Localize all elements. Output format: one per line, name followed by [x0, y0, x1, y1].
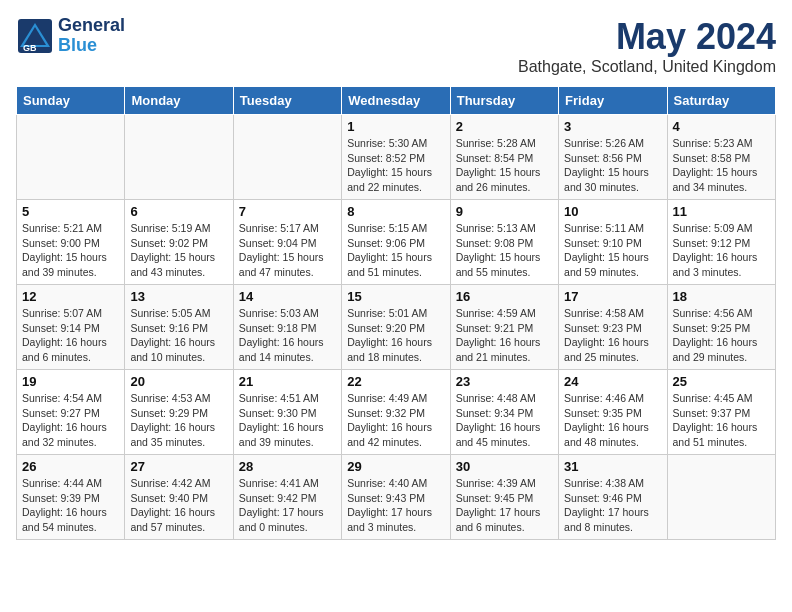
header-day-saturday: Saturday	[667, 87, 775, 115]
day-info: Sunrise: 4:45 AM Sunset: 9:37 PM Dayligh…	[673, 391, 770, 450]
day-info: Sunrise: 4:41 AM Sunset: 9:42 PM Dayligh…	[239, 476, 336, 535]
calendar-cell: 21Sunrise: 4:51 AM Sunset: 9:30 PM Dayli…	[233, 370, 341, 455]
day-info: Sunrise: 5:21 AM Sunset: 9:00 PM Dayligh…	[22, 221, 119, 280]
day-number: 29	[347, 459, 444, 474]
header-day-friday: Friday	[559, 87, 667, 115]
day-info: Sunrise: 5:28 AM Sunset: 8:54 PM Dayligh…	[456, 136, 553, 195]
day-info: Sunrise: 5:03 AM Sunset: 9:18 PM Dayligh…	[239, 306, 336, 365]
day-info: Sunrise: 4:40 AM Sunset: 9:43 PM Dayligh…	[347, 476, 444, 535]
day-info: Sunrise: 5:09 AM Sunset: 9:12 PM Dayligh…	[673, 221, 770, 280]
calendar-cell: 6Sunrise: 5:19 AM Sunset: 9:02 PM Daylig…	[125, 200, 233, 285]
calendar-header: SundayMondayTuesdayWednesdayThursdayFrid…	[17, 87, 776, 115]
calendar-cell: 1Sunrise: 5:30 AM Sunset: 8:52 PM Daylig…	[342, 115, 450, 200]
subtitle: Bathgate, Scotland, United Kingdom	[518, 58, 776, 76]
calendar-cell: 27Sunrise: 4:42 AM Sunset: 9:40 PM Dayli…	[125, 455, 233, 540]
day-info: Sunrise: 4:44 AM Sunset: 9:39 PM Dayligh…	[22, 476, 119, 535]
day-number: 30	[456, 459, 553, 474]
calendar-cell: 20Sunrise: 4:53 AM Sunset: 9:29 PM Dayli…	[125, 370, 233, 455]
calendar-cell: 4Sunrise: 5:23 AM Sunset: 8:58 PM Daylig…	[667, 115, 775, 200]
calendar-cell: 9Sunrise: 5:13 AM Sunset: 9:08 PM Daylig…	[450, 200, 558, 285]
day-number: 25	[673, 374, 770, 389]
day-info: Sunrise: 5:15 AM Sunset: 9:06 PM Dayligh…	[347, 221, 444, 280]
calendar-cell: 10Sunrise: 5:11 AM Sunset: 9:10 PM Dayli…	[559, 200, 667, 285]
calendar-row: 1Sunrise: 5:30 AM Sunset: 8:52 PM Daylig…	[17, 115, 776, 200]
day-info: Sunrise: 5:13 AM Sunset: 9:08 PM Dayligh…	[456, 221, 553, 280]
day-number: 9	[456, 204, 553, 219]
day-info: Sunrise: 4:53 AM Sunset: 9:29 PM Dayligh…	[130, 391, 227, 450]
calendar-cell: 28Sunrise: 4:41 AM Sunset: 9:42 PM Dayli…	[233, 455, 341, 540]
day-info: Sunrise: 4:58 AM Sunset: 9:23 PM Dayligh…	[564, 306, 661, 365]
calendar-cell: 30Sunrise: 4:39 AM Sunset: 9:45 PM Dayli…	[450, 455, 558, 540]
day-number: 19	[22, 374, 119, 389]
calendar-cell: 3Sunrise: 5:26 AM Sunset: 8:56 PM Daylig…	[559, 115, 667, 200]
day-number: 8	[347, 204, 444, 219]
calendar-cell: 14Sunrise: 5:03 AM Sunset: 9:18 PM Dayli…	[233, 285, 341, 370]
calendar-body: 1Sunrise: 5:30 AM Sunset: 8:52 PM Daylig…	[17, 115, 776, 540]
day-number: 24	[564, 374, 661, 389]
day-number: 17	[564, 289, 661, 304]
day-number: 4	[673, 119, 770, 134]
header-day-tuesday: Tuesday	[233, 87, 341, 115]
day-info: Sunrise: 4:46 AM Sunset: 9:35 PM Dayligh…	[564, 391, 661, 450]
day-number: 18	[673, 289, 770, 304]
calendar-cell: 31Sunrise: 4:38 AM Sunset: 9:46 PM Dayli…	[559, 455, 667, 540]
calendar-row: 5Sunrise: 5:21 AM Sunset: 9:00 PM Daylig…	[17, 200, 776, 285]
calendar-cell: 18Sunrise: 4:56 AM Sunset: 9:25 PM Dayli…	[667, 285, 775, 370]
day-number: 22	[347, 374, 444, 389]
day-info: Sunrise: 4:48 AM Sunset: 9:34 PM Dayligh…	[456, 391, 553, 450]
day-info: Sunrise: 5:30 AM Sunset: 8:52 PM Dayligh…	[347, 136, 444, 195]
calendar-cell: 8Sunrise: 5:15 AM Sunset: 9:06 PM Daylig…	[342, 200, 450, 285]
day-info: Sunrise: 5:11 AM Sunset: 9:10 PM Dayligh…	[564, 221, 661, 280]
calendar-cell: 17Sunrise: 4:58 AM Sunset: 9:23 PM Dayli…	[559, 285, 667, 370]
logo: GB General Blue	[16, 16, 125, 56]
day-number: 15	[347, 289, 444, 304]
day-info: Sunrise: 5:01 AM Sunset: 9:20 PM Dayligh…	[347, 306, 444, 365]
logo-line2: Blue	[58, 36, 125, 56]
calendar-row: 26Sunrise: 4:44 AM Sunset: 9:39 PM Dayli…	[17, 455, 776, 540]
day-number: 16	[456, 289, 553, 304]
day-number: 21	[239, 374, 336, 389]
day-info: Sunrise: 4:59 AM Sunset: 9:21 PM Dayligh…	[456, 306, 553, 365]
day-number: 13	[130, 289, 227, 304]
day-number: 1	[347, 119, 444, 134]
header-day-sunday: Sunday	[17, 87, 125, 115]
day-number: 27	[130, 459, 227, 474]
calendar-cell: 15Sunrise: 5:01 AM Sunset: 9:20 PM Dayli…	[342, 285, 450, 370]
calendar-cell: 16Sunrise: 4:59 AM Sunset: 9:21 PM Dayli…	[450, 285, 558, 370]
header-row: SundayMondayTuesdayWednesdayThursdayFrid…	[17, 87, 776, 115]
calendar-cell: 5Sunrise: 5:21 AM Sunset: 9:00 PM Daylig…	[17, 200, 125, 285]
svg-text:GB: GB	[23, 43, 37, 53]
calendar-cell: 29Sunrise: 4:40 AM Sunset: 9:43 PM Dayli…	[342, 455, 450, 540]
day-number: 12	[22, 289, 119, 304]
calendar-cell: 26Sunrise: 4:44 AM Sunset: 9:39 PM Dayli…	[17, 455, 125, 540]
day-info: Sunrise: 4:42 AM Sunset: 9:40 PM Dayligh…	[130, 476, 227, 535]
calendar-cell: 11Sunrise: 5:09 AM Sunset: 9:12 PM Dayli…	[667, 200, 775, 285]
calendar-cell: 12Sunrise: 5:07 AM Sunset: 9:14 PM Dayli…	[17, 285, 125, 370]
day-info: Sunrise: 4:39 AM Sunset: 9:45 PM Dayligh…	[456, 476, 553, 535]
day-number: 20	[130, 374, 227, 389]
day-number: 14	[239, 289, 336, 304]
day-info: Sunrise: 4:49 AM Sunset: 9:32 PM Dayligh…	[347, 391, 444, 450]
calendar-cell: 23Sunrise: 4:48 AM Sunset: 9:34 PM Dayli…	[450, 370, 558, 455]
calendar-row: 12Sunrise: 5:07 AM Sunset: 9:14 PM Dayli…	[17, 285, 776, 370]
day-info: Sunrise: 5:23 AM Sunset: 8:58 PM Dayligh…	[673, 136, 770, 195]
day-number: 2	[456, 119, 553, 134]
calendar-cell: 24Sunrise: 4:46 AM Sunset: 9:35 PM Dayli…	[559, 370, 667, 455]
day-number: 3	[564, 119, 661, 134]
calendar-cell	[667, 455, 775, 540]
logo-line1: General	[58, 16, 125, 36]
calendar-table: SundayMondayTuesdayWednesdayThursdayFrid…	[16, 86, 776, 540]
calendar-cell: 13Sunrise: 5:05 AM Sunset: 9:16 PM Dayli…	[125, 285, 233, 370]
day-number: 7	[239, 204, 336, 219]
day-number: 31	[564, 459, 661, 474]
calendar-cell: 7Sunrise: 5:17 AM Sunset: 9:04 PM Daylig…	[233, 200, 341, 285]
day-info: Sunrise: 4:38 AM Sunset: 9:46 PM Dayligh…	[564, 476, 661, 535]
title-area: May 2024 Bathgate, Scotland, United King…	[518, 16, 776, 76]
day-info: Sunrise: 4:56 AM Sunset: 9:25 PM Dayligh…	[673, 306, 770, 365]
calendar-cell	[125, 115, 233, 200]
header-day-thursday: Thursday	[450, 87, 558, 115]
day-number: 28	[239, 459, 336, 474]
calendar-cell: 22Sunrise: 4:49 AM Sunset: 9:32 PM Dayli…	[342, 370, 450, 455]
calendar-cell: 2Sunrise: 5:28 AM Sunset: 8:54 PM Daylig…	[450, 115, 558, 200]
day-info: Sunrise: 4:54 AM Sunset: 9:27 PM Dayligh…	[22, 391, 119, 450]
